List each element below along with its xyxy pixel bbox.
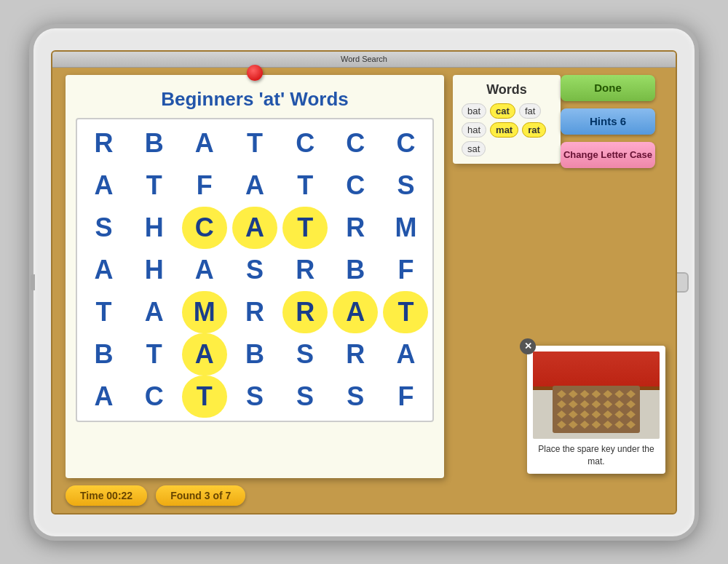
cell-0-6[interactable]: C [383,122,428,164]
word-chip-rat[interactable]: rat [522,122,546,138]
cell-2-0[interactable]: S [82,207,127,249]
cell-6-0[interactable]: A [82,376,127,418]
words-panel-title: Words [462,82,552,98]
cell-2-1[interactable]: H [132,207,177,249]
app-title: Word Search [341,55,387,63]
cell-4-6[interactable]: T [383,291,428,333]
cell-5-2[interactable]: A [182,333,227,376]
card-title: Beginners 'at' Words [66,75,444,118]
word-chips-container: bat cat fat hat mat rat sat [462,103,552,156]
cell-3-4[interactable]: R [282,249,328,291]
cell-2-4[interactable]: T [282,207,328,249]
word-chip-sat[interactable]: sat [462,141,486,156]
grid-row-1: A T F A T C S [79,164,431,207]
change-case-label: Change Letter Case [563,149,652,160]
cell-3-1[interactable]: H [132,249,177,291]
cell-5-4[interactable]: S [282,333,328,376]
cell-2-5[interactable]: R [333,207,378,249]
cell-6-6[interactable]: F [383,376,428,418]
cell-1-4[interactable]: T [282,164,328,207]
cell-0-4[interactable]: C [282,122,328,164]
grid-row-6: A C T S S S F [79,376,431,418]
hint-popup: ✕ [527,346,665,474]
hints-button[interactable]: Hints 6 [561,108,655,135]
word-chip-cat[interactable]: cat [490,103,515,119]
grid-row-4: T A M R R A T [79,291,431,333]
word-chip-mat[interactable]: mat [490,122,518,138]
cell-6-3[interactable]: S [232,376,277,418]
change-case-button[interactable]: Change Letter Case [561,142,655,168]
cell-4-3[interactable]: R [232,291,277,333]
cell-2-2[interactable]: C [182,207,227,249]
cell-5-3[interactable]: B [232,333,277,376]
cell-3-3[interactable]: S [232,249,277,291]
cell-1-0[interactable]: A [82,164,127,207]
hints-button-label: Hints 6 [590,115,626,127]
word-grid[interactable]: R B A T C C C A T F A T C S [76,118,434,422]
cell-5-0[interactable]: B [82,333,127,376]
status-bar: Time 00:22 Found 3 of 7 [66,485,245,506]
screen: Word Search Beginners 'at' Words R B A T… [51,50,677,515]
cell-6-4[interactable]: S [282,376,328,418]
cell-3-6[interactable]: F [383,249,428,291]
cell-6-5[interactable]: S [333,376,378,418]
cell-5-1[interactable]: T [132,333,177,376]
done-button[interactable]: Done [561,75,655,101]
cell-0-3[interactable]: T [232,122,277,164]
cell-0-2[interactable]: A [182,122,227,164]
cell-4-5[interactable]: A [333,291,378,333]
time-display: Time 00:22 [66,485,147,506]
tablet-frame: Word Search Beginners 'at' Words R B A T… [29,24,699,541]
done-button-label: Done [594,82,622,94]
cell-4-0[interactable]: T [82,291,127,333]
cell-4-1[interactable]: A [132,291,177,333]
grid-row-0: R B A T C C C [79,122,431,164]
word-chip-fat[interactable]: fat [519,103,541,119]
cell-1-6[interactable]: S [383,164,428,207]
cell-4-4[interactable]: R [282,291,328,333]
grid-row-5: B T A B S R A [79,333,431,376]
grid-row-3: A H A S R B F [79,249,431,291]
words-panel: Words bat cat fat hat mat rat sat [453,75,561,164]
cell-0-5[interactable]: C [333,122,378,164]
cell-3-0[interactable]: A [82,249,127,291]
cell-1-1[interactable]: T [132,164,177,207]
pushpin [247,65,263,81]
found-display: Found 3 of 7 [156,485,245,506]
cell-6-1[interactable]: C [132,376,177,418]
cell-5-5[interactable]: R [333,333,378,376]
word-chip-bat[interactable]: bat [462,103,486,119]
hint-image [533,351,660,439]
cell-1-3[interactable]: A [232,164,277,207]
cell-6-2[interactable]: T [182,376,227,418]
title-bar: Word Search [52,52,676,68]
cell-0-0[interactable]: R [82,122,127,164]
cell-4-2[interactable]: M [182,291,227,333]
word-chip-hat[interactable]: hat [462,122,486,138]
cell-0-1[interactable]: B [132,122,177,164]
tablet-side-button[interactable] [31,274,35,290]
cell-2-6[interactable]: M [383,207,428,249]
cell-2-3[interactable]: A [232,207,277,249]
hint-close-icon: ✕ [524,341,532,351]
cell-1-2[interactable]: F [182,164,227,207]
cell-5-6[interactable]: A [383,333,428,376]
main-card: Beginners 'at' Words R B A T C C C A T [66,75,444,478]
cell-1-5[interactable]: C [333,164,378,207]
cell-3-5[interactable]: B [333,249,378,291]
hint-text: Place the spare key under the mat. [533,443,660,468]
grid-row-2: S H C A T R M [79,207,431,249]
cell-3-2[interactable]: A [182,249,227,291]
